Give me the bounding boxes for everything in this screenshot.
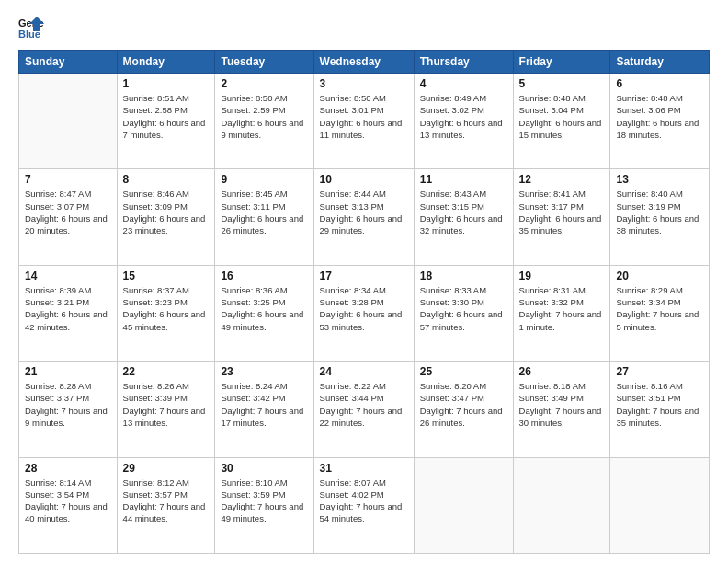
day-number: 1 bbox=[123, 77, 210, 90]
day-number: 4 bbox=[420, 77, 507, 90]
day-info: Sunrise: 8:50 AMSunset: 2:59 PMDaylight:… bbox=[221, 93, 303, 140]
day-number: 26 bbox=[519, 365, 605, 378]
day-number: 31 bbox=[320, 462, 408, 475]
day-info: Sunrise: 8:26 AMSunset: 3:39 PMDaylight:… bbox=[123, 381, 206, 428]
calendar-cell: 5 Sunrise: 8:48 AMSunset: 3:04 PMDayligh… bbox=[513, 74, 610, 169]
page: General Blue SundayMondayTuesdayWednesda… bbox=[0, 0, 728, 563]
day-number: 13 bbox=[616, 173, 703, 186]
calendar-cell: 26 Sunrise: 8:18 AMSunset: 3:49 PMDaylig… bbox=[513, 362, 610, 457]
calendar-cell bbox=[19, 74, 118, 169]
day-info: Sunrise: 8:49 AMSunset: 3:02 PMDaylight:… bbox=[420, 93, 503, 140]
day-info: Sunrise: 8:12 AMSunset: 3:57 PMDaylight:… bbox=[123, 477, 206, 524]
day-info: Sunrise: 8:29 AMSunset: 3:34 PMDaylight:… bbox=[616, 285, 699, 332]
day-number: 22 bbox=[123, 365, 210, 378]
day-number: 24 bbox=[320, 365, 408, 378]
day-number: 8 bbox=[123, 173, 210, 186]
day-number: 25 bbox=[420, 365, 507, 378]
day-info: Sunrise: 8:40 AMSunset: 3:19 PMDaylight:… bbox=[616, 189, 699, 236]
day-info: Sunrise: 8:28 AMSunset: 3:37 PMDaylight:… bbox=[25, 381, 108, 428]
calendar-cell bbox=[610, 457, 710, 553]
day-number: 12 bbox=[519, 173, 605, 186]
calendar-cell: 7 Sunrise: 8:47 AMSunset: 3:07 PMDayligh… bbox=[19, 169, 118, 265]
calendar-table: SundayMondayTuesdayWednesdayThursdayFrid… bbox=[18, 50, 710, 554]
calendar-header-row: SundayMondayTuesdayWednesdayThursdayFrid… bbox=[19, 51, 710, 74]
logo-icon: General Blue bbox=[18, 15, 44, 40]
day-info: Sunrise: 8:48 AMSunset: 3:06 PMDaylight:… bbox=[616, 93, 699, 140]
calendar-cell: 3 Sunrise: 8:50 AMSunset: 3:01 PMDayligh… bbox=[313, 74, 414, 169]
day-number: 28 bbox=[25, 462, 111, 475]
calendar-cell: 4 Sunrise: 8:49 AMSunset: 3:02 PMDayligh… bbox=[414, 74, 513, 169]
day-info: Sunrise: 8:43 AMSunset: 3:15 PMDaylight:… bbox=[420, 189, 503, 236]
calendar-cell: 12 Sunrise: 8:41 AMSunset: 3:17 PMDaylig… bbox=[513, 169, 610, 265]
col-header-monday: Monday bbox=[117, 51, 215, 74]
calendar-cell: 22 Sunrise: 8:26 AMSunset: 3:39 PMDaylig… bbox=[117, 362, 215, 457]
day-number: 27 bbox=[616, 365, 703, 378]
day-info: Sunrise: 8:34 AMSunset: 3:28 PMDaylight:… bbox=[320, 285, 403, 332]
calendar-cell: 29 Sunrise: 8:12 AMSunset: 3:57 PMDaylig… bbox=[117, 457, 215, 553]
day-number: 21 bbox=[25, 365, 111, 378]
day-number: 19 bbox=[519, 270, 605, 282]
day-number: 11 bbox=[420, 173, 507, 186]
calendar-cell: 2 Sunrise: 8:50 AMSunset: 2:59 PMDayligh… bbox=[215, 74, 313, 169]
day-info: Sunrise: 8:24 AMSunset: 3:42 PMDaylight:… bbox=[221, 381, 303, 428]
day-info: Sunrise: 8:07 AMSunset: 4:02 PMDaylight:… bbox=[320, 477, 403, 524]
calendar-cell: 27 Sunrise: 8:16 AMSunset: 3:51 PMDaylig… bbox=[610, 362, 710, 457]
calendar-week-2: 14 Sunrise: 8:39 AMSunset: 3:21 PMDaylig… bbox=[19, 265, 710, 361]
calendar-cell: 21 Sunrise: 8:28 AMSunset: 3:37 PMDaylig… bbox=[19, 362, 118, 457]
calendar-cell: 8 Sunrise: 8:46 AMSunset: 3:09 PMDayligh… bbox=[117, 169, 215, 265]
header: General Blue bbox=[18, 15, 710, 40]
day-info: Sunrise: 8:47 AMSunset: 3:07 PMDaylight:… bbox=[25, 189, 108, 236]
col-header-saturday: Saturday bbox=[610, 51, 710, 74]
day-number: 15 bbox=[123, 270, 210, 282]
calendar-cell bbox=[513, 457, 610, 553]
day-number: 3 bbox=[320, 77, 408, 90]
day-info: Sunrise: 8:18 AMSunset: 3:49 PMDaylight:… bbox=[519, 381, 602, 428]
day-number: 30 bbox=[221, 462, 307, 475]
calendar-cell: 13 Sunrise: 8:40 AMSunset: 3:19 PMDaylig… bbox=[610, 169, 710, 265]
calendar-cell: 14 Sunrise: 8:39 AMSunset: 3:21 PMDaylig… bbox=[19, 265, 118, 361]
day-info: Sunrise: 8:48 AMSunset: 3:04 PMDaylight:… bbox=[519, 93, 602, 140]
day-number: 29 bbox=[123, 462, 210, 475]
day-info: Sunrise: 8:51 AMSunset: 2:58 PMDaylight:… bbox=[123, 93, 206, 140]
col-header-sunday: Sunday bbox=[19, 51, 118, 74]
calendar-cell: 15 Sunrise: 8:37 AMSunset: 3:23 PMDaylig… bbox=[117, 265, 215, 361]
day-number: 16 bbox=[221, 270, 307, 282]
calendar-cell: 16 Sunrise: 8:36 AMSunset: 3:25 PMDaylig… bbox=[215, 265, 313, 361]
day-info: Sunrise: 8:37 AMSunset: 3:23 PMDaylight:… bbox=[123, 285, 206, 332]
day-info: Sunrise: 8:44 AMSunset: 3:13 PMDaylight:… bbox=[320, 189, 403, 236]
calendar-cell bbox=[414, 457, 513, 553]
day-info: Sunrise: 8:20 AMSunset: 3:47 PMDaylight:… bbox=[420, 381, 503, 428]
calendar-week-4: 28 Sunrise: 8:14 AMSunset: 3:54 PMDaylig… bbox=[19, 457, 710, 553]
calendar-cell: 31 Sunrise: 8:07 AMSunset: 4:02 PMDaylig… bbox=[313, 457, 414, 553]
day-info: Sunrise: 8:31 AMSunset: 3:32 PMDaylight:… bbox=[519, 285, 602, 332]
day-info: Sunrise: 8:33 AMSunset: 3:30 PMDaylight:… bbox=[420, 285, 503, 332]
calendar-week-0: 1 Sunrise: 8:51 AMSunset: 2:58 PMDayligh… bbox=[19, 74, 710, 169]
day-number: 7 bbox=[25, 173, 111, 186]
day-number: 6 bbox=[616, 77, 703, 90]
calendar-cell: 19 Sunrise: 8:31 AMSunset: 3:32 PMDaylig… bbox=[513, 265, 610, 361]
day-info: Sunrise: 8:46 AMSunset: 3:09 PMDaylight:… bbox=[123, 189, 206, 236]
calendar-cell: 23 Sunrise: 8:24 AMSunset: 3:42 PMDaylig… bbox=[215, 362, 313, 457]
day-number: 9 bbox=[221, 173, 307, 186]
logo: General Blue bbox=[18, 15, 48, 40]
day-info: Sunrise: 8:36 AMSunset: 3:25 PMDaylight:… bbox=[221, 285, 303, 332]
calendar-cell: 9 Sunrise: 8:45 AMSunset: 3:11 PMDayligh… bbox=[215, 169, 313, 265]
day-info: Sunrise: 8:10 AMSunset: 3:59 PMDaylight:… bbox=[221, 477, 303, 524]
day-number: 14 bbox=[25, 270, 111, 282]
calendar-cell: 18 Sunrise: 8:33 AMSunset: 3:30 PMDaylig… bbox=[414, 265, 513, 361]
day-info: Sunrise: 8:50 AMSunset: 3:01 PMDaylight:… bbox=[320, 93, 403, 140]
day-info: Sunrise: 8:39 AMSunset: 3:21 PMDaylight:… bbox=[25, 285, 108, 332]
calendar-cell: 1 Sunrise: 8:51 AMSunset: 2:58 PMDayligh… bbox=[117, 74, 215, 169]
day-number: 10 bbox=[320, 173, 408, 186]
day-number: 5 bbox=[519, 77, 605, 90]
col-header-wednesday: Wednesday bbox=[313, 51, 414, 74]
calendar-week-1: 7 Sunrise: 8:47 AMSunset: 3:07 PMDayligh… bbox=[19, 169, 710, 265]
day-info: Sunrise: 8:22 AMSunset: 3:44 PMDaylight:… bbox=[320, 381, 403, 428]
day-info: Sunrise: 8:14 AMSunset: 3:54 PMDaylight:… bbox=[25, 477, 108, 524]
calendar-cell: 25 Sunrise: 8:20 AMSunset: 3:47 PMDaylig… bbox=[414, 362, 513, 457]
calendar-cell: 20 Sunrise: 8:29 AMSunset: 3:34 PMDaylig… bbox=[610, 265, 710, 361]
col-header-thursday: Thursday bbox=[414, 51, 513, 74]
col-header-tuesday: Tuesday bbox=[215, 51, 313, 74]
calendar-cell: 30 Sunrise: 8:10 AMSunset: 3:59 PMDaylig… bbox=[215, 457, 313, 553]
calendar-cell: 17 Sunrise: 8:34 AMSunset: 3:28 PMDaylig… bbox=[313, 265, 414, 361]
